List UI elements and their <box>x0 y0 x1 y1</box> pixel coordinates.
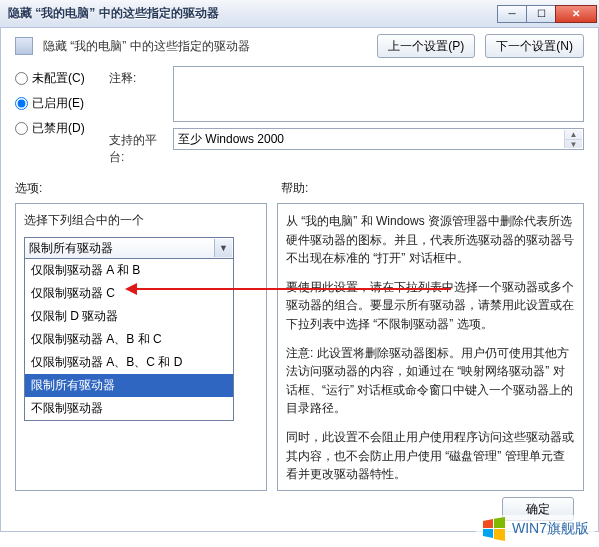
minimize-button[interactable] <box>497 5 527 23</box>
platform-value: 至少 Windows 2000 <box>178 131 284 148</box>
drive-combo-item[interactable]: 仅限制驱动器 A 和 B <box>25 259 233 282</box>
drive-combo-item[interactable]: 限制所有驱动器 <box>25 374 233 397</box>
comment-label: 注释: <box>109 66 165 87</box>
radio-not-configured-row[interactable]: 未配置(C) <box>15 70 99 87</box>
comment-field[interactable] <box>173 66 584 122</box>
help-paragraph: 要使用此设置，请在下拉列表中选择一个驱动器或多个驱动器的组合。要显示所有驱动器，… <box>286 278 575 334</box>
radio-enabled[interactable] <box>15 97 28 110</box>
watermark: WIN7旗舰版 <box>476 515 595 543</box>
dialog-client: 隐藏 “我的电脑” 中的这些指定的驱动器 上一个设置(P) 下一个设置(N) 未… <box>0 28 599 532</box>
scroll-down-icon[interactable]: ▼ <box>565 140 582 149</box>
radio-disabled-label: 已禁用(D) <box>32 120 85 137</box>
radio-disabled[interactable] <box>15 122 28 135</box>
options-label: 选项: <box>15 180 281 197</box>
radio-disabled-row[interactable]: 已禁用(D) <box>15 120 99 137</box>
platform-label: 支持的平台: <box>109 128 165 166</box>
help-paragraph: 注意: 此设置将删除驱动器图标。用户仍可使用其他方法访问驱动器的内容，如通过在 … <box>286 344 575 418</box>
policy-icon <box>15 37 33 55</box>
options-caption: 选择下列组合中的一个 <box>24 212 258 229</box>
drive-combo-item[interactable]: 仅限制 D 驱动器 <box>25 305 233 328</box>
help-label: 帮助: <box>281 180 308 197</box>
radio-enabled-label: 已启用(E) <box>32 95 84 112</box>
drive-combo-value: 限制所有驱动器 <box>29 240 113 257</box>
previous-setting-button[interactable]: 上一个设置(P) <box>377 34 475 58</box>
chevron-down-icon: ▼ <box>214 239 232 257</box>
radio-not-configured[interactable] <box>15 72 28 85</box>
drive-combo-item[interactable]: 仅限制驱动器 A、B 和 C <box>25 328 233 351</box>
drive-combo[interactable]: 限制所有驱动器 ▼ <box>24 237 234 259</box>
window-title: 隐藏 “我的电脑” 中的这些指定的驱动器 <box>8 5 498 22</box>
platform-field: 至少 Windows 2000 ▲ ▼ <box>173 128 584 150</box>
policy-title: 隐藏 “我的电脑” 中的这些指定的驱动器 <box>43 38 367 55</box>
title-bar: 隐藏 “我的电脑” 中的这些指定的驱动器 <box>0 0 599 28</box>
drive-combo-list: 仅限制驱动器 A 和 B仅限制驱动器 C仅限制 D 驱动器仅限制驱动器 A、B … <box>24 259 234 421</box>
radio-enabled-row[interactable]: 已启用(E) <box>15 95 99 112</box>
drive-combo-item[interactable]: 仅限制驱动器 C <box>25 282 233 305</box>
next-setting-button[interactable]: 下一个设置(N) <box>485 34 584 58</box>
maximize-button[interactable] <box>526 5 556 23</box>
help-paragraph: 从 “我的电脑” 和 Windows 资源管理器中删除代表所选硬件驱动器的图标。… <box>286 212 575 268</box>
options-panel: 选择下列组合中的一个 限制所有驱动器 ▼ 仅限制驱动器 A 和 B仅限制驱动器 … <box>15 203 267 491</box>
drive-combo-item[interactable]: 不限制驱动器 <box>25 397 233 420</box>
help-panel: 从 “我的电脑” 和 Windows 资源管理器中删除代表所选硬件驱动器的图标。… <box>277 203 584 491</box>
close-button[interactable] <box>555 5 597 23</box>
windows-logo-icon <box>482 517 506 541</box>
platform-scrollbar[interactable]: ▲ ▼ <box>564 130 582 148</box>
help-paragraph: 同时，此设置不会阻止用户使用程序访问这些驱动器或其内容，也不会防止用户使用 “磁… <box>286 428 575 484</box>
scroll-up-icon[interactable]: ▲ <box>565 130 582 140</box>
watermark-text: WIN7旗舰版 <box>512 520 589 538</box>
radio-not-configured-label: 未配置(C) <box>32 70 85 87</box>
drive-combo-item[interactable]: 仅限制驱动器 A、B、C 和 D <box>25 351 233 374</box>
